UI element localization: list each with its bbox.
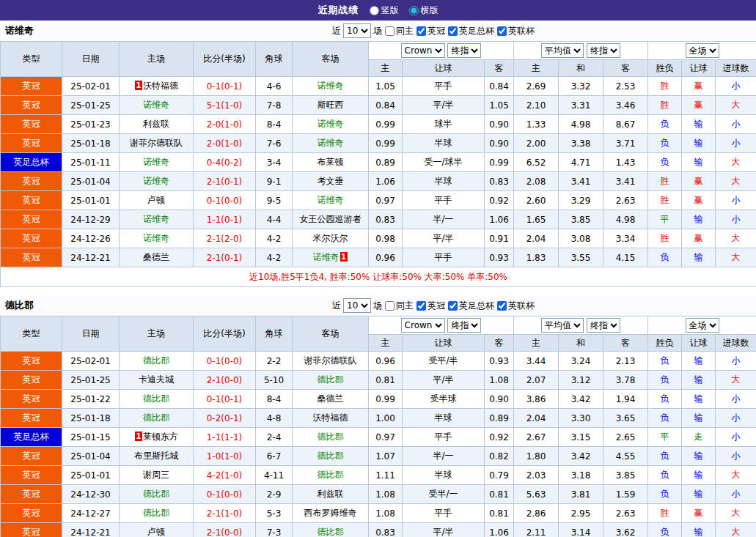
team-link[interactable]: 布里斯托城: [134, 451, 178, 461]
team-link[interactable]: 诺维奇: [143, 176, 169, 186]
bookmaker-select[interactable]: Crown: [401, 318, 445, 333]
final-odds-select-2[interactable]: 终指: [587, 318, 620, 333]
score-cell[interactable]: 4-2(1-0): [194, 466, 256, 485]
team-link[interactable]: 卡迪夫城: [139, 374, 174, 385]
league-type-cell[interactable]: 英冠: [1, 466, 62, 485]
score-cell[interactable]: 2-1(0-1): [194, 248, 256, 267]
score-cell[interactable]: 2-1(0-0): [194, 371, 256, 390]
team-link[interactable]: 桑德兰: [143, 252, 169, 262]
team-link[interactable]: 诺维奇: [143, 214, 169, 224]
final-odds-select-2[interactable]: 终指: [587, 43, 620, 58]
score-cell[interactable]: 0-1(0-1): [194, 390, 256, 409]
match-count-select[interactable]: 10: [343, 298, 371, 313]
horizontal-layout-radio[interactable]: [409, 6, 419, 15]
team-link[interactable]: 德比郡: [318, 451, 344, 461]
league-championship-option[interactable]: 英冠: [416, 300, 445, 312]
team-link[interactable]: 德比郡: [143, 489, 169, 499]
score-cell[interactable]: 0-1(0-0): [194, 191, 256, 210]
team-link[interactable]: 莱顿东方: [143, 432, 178, 442]
team-link[interactable]: 诺维奇: [143, 233, 169, 243]
score-cell[interactable]: 1-1(0-1): [194, 210, 256, 229]
team-link[interactable]: 卢顿: [147, 195, 165, 205]
league-eflcup-option[interactable]: 英联杯: [496, 25, 535, 37]
score-cell[interactable]: 5-1(1-0): [194, 96, 256, 115]
league-facup-checkbox[interactable]: [448, 301, 458, 311]
score-cell[interactable]: 0-1(0-1): [194, 77, 256, 96]
score-cell[interactable]: 2-1(0-0): [194, 523, 256, 537]
league-championship-checkbox[interactable]: [416, 26, 426, 36]
team-link[interactable]: 德比郡: [318, 527, 344, 537]
team-link[interactable]: 诺维奇: [318, 195, 344, 205]
team-link[interactable]: 德比郡: [318, 470, 344, 480]
league-type-cell[interactable]: 英冠: [1, 191, 62, 210]
full-match-select[interactable]: 全场: [686, 318, 719, 333]
team-link[interactable]: 德比郡: [318, 374, 344, 385]
team-link[interactable]: 德比郡: [143, 393, 169, 404]
final-odds-select[interactable]: 终指: [447, 43, 481, 58]
team-link[interactable]: 谢周三: [143, 470, 169, 480]
score-cell[interactable]: 2-0(1-0): [194, 134, 256, 153]
team-link[interactable]: 沃特福德: [143, 81, 178, 91]
team-link[interactable]: 诺维奇: [318, 138, 344, 148]
same-home-checkbox[interactable]: [385, 26, 394, 36]
league-eflcup-option[interactable]: 英联杯: [496, 300, 535, 312]
league-type-cell[interactable]: 英冠: [1, 485, 62, 504]
team-link[interactable]: 斯旺西: [318, 100, 344, 110]
team-link[interactable]: 沃特福德: [313, 412, 348, 423]
team-link[interactable]: 谢菲尔德联队: [130, 138, 183, 148]
team-link[interactable]: 利兹联: [318, 489, 344, 499]
team-link[interactable]: 考文垂: [318, 176, 344, 186]
league-type-cell[interactable]: 英冠: [1, 409, 62, 428]
score-cell[interactable]: 2-0(1-0): [194, 115, 256, 134]
average-select[interactable]: 平均值: [541, 43, 584, 58]
score-cell[interactable]: 1-0(1-0): [194, 447, 256, 466]
league-championship-checkbox[interactable]: [416, 301, 426, 311]
score-cell[interactable]: 2-1(2-0): [194, 229, 256, 248]
score-cell[interactable]: 0-2(0-1): [194, 409, 256, 428]
league-facup-checkbox[interactable]: [448, 26, 458, 36]
score-cell[interactable]: 0-1(0-0): [194, 485, 256, 504]
team-link[interactable]: 米尔沃尔: [313, 233, 348, 243]
score-cell[interactable]: 0-1(0-0): [194, 352, 256, 371]
team-link[interactable]: 德比郡: [143, 508, 169, 518]
league-type-cell[interactable]: 英冠: [1, 134, 62, 153]
league-type-cell[interactable]: 英冠: [1, 77, 62, 96]
league-eflcup-checkbox[interactable]: [497, 26, 507, 36]
same-home-option[interactable]: 同主: [384, 300, 414, 312]
average-select[interactable]: 平均值: [541, 318, 584, 333]
team-link[interactable]: 桑德兰: [318, 393, 344, 404]
league-type-cell[interactable]: 英足总杯: [1, 153, 62, 172]
league-facup-option[interactable]: 英足总杯: [447, 25, 494, 37]
layout-vertical-option[interactable]: 竖版: [370, 4, 399, 17]
team-link[interactable]: 德比郡: [143, 412, 169, 423]
team-link[interactable]: 诺维奇: [143, 100, 169, 110]
team-link[interactable]: 布莱顿: [318, 157, 344, 167]
team-link[interactable]: 德比郡: [318, 432, 344, 442]
match-count-select[interactable]: 10: [343, 23, 371, 38]
league-type-cell[interactable]: 英冠: [1, 210, 62, 229]
team-link[interactable]: 诺维奇: [318, 81, 344, 91]
league-championship-option[interactable]: 英冠: [416, 25, 445, 37]
league-type-cell[interactable]: 英冠: [1, 172, 62, 191]
league-type-cell[interactable]: 英冠: [1, 371, 62, 390]
league-type-cell[interactable]: 英冠: [1, 523, 62, 537]
team-link[interactable]: 谢菲尔德联队: [304, 355, 357, 366]
team-link[interactable]: 女王公园巡游者: [300, 214, 362, 224]
team-link[interactable]: 利兹联: [143, 119, 169, 129]
league-eflcup-checkbox[interactable]: [497, 301, 507, 311]
vertical-layout-radio[interactable]: [370, 6, 379, 15]
full-match-select[interactable]: 全场: [686, 43, 719, 58]
score-cell[interactable]: 0-4(0-2): [194, 153, 256, 172]
league-type-cell[interactable]: 英冠: [1, 115, 62, 134]
team-link[interactable]: 卢顿: [147, 527, 165, 537]
team-link[interactable]: 西布罗姆维奇: [304, 508, 357, 518]
same-home-checkbox[interactable]: [385, 301, 394, 311]
league-facup-option[interactable]: 英足总杯: [447, 300, 494, 312]
league-type-cell[interactable]: 英冠: [1, 504, 62, 523]
layout-horizontal-option[interactable]: 横版: [409, 4, 438, 17]
team-link[interactable]: 德比郡: [143, 355, 169, 366]
bookmaker-select[interactable]: Crown: [401, 43, 445, 58]
league-type-cell[interactable]: 英冠: [1, 96, 62, 115]
same-home-option[interactable]: 同主: [384, 25, 414, 37]
league-type-cell[interactable]: 英冠: [1, 248, 62, 267]
